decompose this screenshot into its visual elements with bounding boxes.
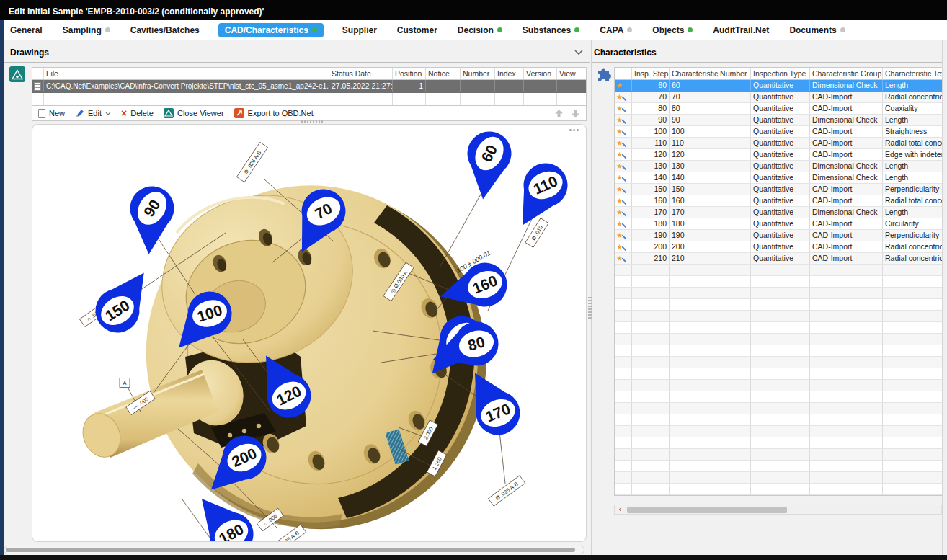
tab-capa[interactable]: CAPA — [598, 23, 633, 37]
drawing-file-row[interactable]: C:\CAQ.Net\Examples\CAD\infra-Convert Pr… — [32, 80, 586, 93]
column-header[interactable]: Characteristic Text — [883, 68, 947, 79]
empty-row[interactable] — [615, 391, 947, 403]
tab-decision[interactable]: Decision — [456, 23, 504, 37]
characteristic-row[interactable]: ★170170QuantitativeDimensional CheckLeng… — [615, 207, 947, 218]
column-header[interactable]: Status Date — [329, 68, 393, 79]
characteristic-row[interactable]: ★200200QuantitativeCAD-ImportRadial conc… — [615, 241, 947, 253]
empty-cell — [883, 276, 947, 287]
column-header[interactable]: Inspection Type — [751, 68, 810, 79]
characteristic-row[interactable]: ★100100QuantitativeCAD-ImportStraightnes… — [615, 126, 947, 138]
tab-cavities-batches[interactable]: Cavities/Batches — [129, 23, 201, 37]
empty-cell — [632, 345, 670, 356]
empty-cell — [883, 426, 947, 437]
empty-row[interactable] — [615, 484, 947, 495]
characteristic-row[interactable]: ★110110QuantitativeCAD-ImportRadial tota… — [615, 138, 947, 149]
cad-model-svg[interactable]: NIST — [32, 125, 587, 542]
characteristic-row[interactable]: ★210210QuantitativeCAD-ImportRadial conc… — [615, 253, 947, 265]
empty-row[interactable] — [615, 461, 947, 472]
column-header[interactable]: Number — [461, 68, 495, 79]
empty-row[interactable] — [615, 437, 947, 449]
tab-general[interactable]: General — [9, 23, 44, 37]
characteristic-row[interactable]: ★190190QuantitativeCAD-ImportPerpendicul… — [615, 230, 947, 241]
column-header[interactable]: Index — [495, 68, 524, 79]
characteristics-horizontal-scrollbar[interactable]: ‹ — [614, 505, 942, 515]
empty-cell — [670, 288, 751, 298]
file-cell — [461, 80, 495, 92]
empty-row[interactable] — [615, 403, 947, 414]
scroll-left-arrow-icon[interactable]: ‹ — [615, 505, 626, 514]
column-header[interactable]: Characteristic Number — [670, 68, 751, 79]
empty-row[interactable] — [615, 322, 947, 334]
empty-row[interactable] — [615, 426, 947, 437]
empty-row[interactable] — [615, 472, 947, 484]
characteristic-cell: 110 — [670, 138, 751, 148]
column-header[interactable]: View — [557, 68, 587, 79]
characteristic-cell: 210 — [632, 253, 670, 264]
scrollbar-thumb[interactable] — [6, 548, 575, 552]
export-qbd-button[interactable]: Export to QBD.Net — [234, 108, 314, 118]
empty-row[interactable] — [615, 334, 947, 345]
tab-supplier[interactable]: Supplier — [341, 23, 378, 37]
move-up-icon[interactable] — [554, 109, 564, 118]
empty-cell — [810, 461, 883, 471]
panel-splitter-handle[interactable] — [588, 297, 592, 319]
characteristic-cell: Dimensional Check — [810, 80, 883, 91]
balloon-60[interactable]: 60 — [461, 129, 515, 203]
drawings-horizontal-scrollbar[interactable] — [4, 546, 584, 554]
empty-row[interactable] — [615, 345, 947, 357]
empty-row[interactable] — [615, 276, 947, 288]
empty-cell — [632, 288, 670, 298]
tab-customer[interactable]: Customer — [396, 23, 439, 37]
characteristic-row[interactable]: ★120120QuantitativeCAD-ImportEdge with i… — [615, 149, 947, 161]
cad-viewer[interactable]: NIST — [32, 124, 587, 542]
column-header[interactable]: Version — [524, 68, 557, 79]
drawing-empty-row[interactable] — [32, 93, 586, 106]
viewer-menu-icon[interactable] — [569, 129, 579, 131]
new-button[interactable]: New — [38, 109, 65, 118]
tab-substances[interactable]: Substances — [521, 23, 581, 37]
tab-audittrail-net[interactable]: AuditTrail.Net — [711, 23, 770, 37]
empty-cell — [632, 391, 670, 402]
characteristic-row[interactable]: ★7070QuantitativeCAD-ImportRadial concen… — [615, 92, 947, 103]
move-down-icon[interactable] — [571, 109, 580, 118]
empty-row[interactable] — [615, 368, 947, 380]
column-header[interactable]: Notice — [426, 68, 461, 79]
column-header[interactable]: Insp. Step — [632, 68, 670, 79]
empty-row[interactable] — [615, 449, 947, 461]
tab-documents[interactable]: Documents — [788, 23, 846, 37]
empty-row[interactable] — [615, 357, 947, 368]
characteristic-row[interactable]: ★130130QuantitativeDimensional CheckLeng… — [615, 161, 947, 172]
viewer-splitter-handle[interactable] — [301, 120, 323, 123]
balloon-90[interactable]: 90 — [127, 185, 175, 256]
delete-button[interactable]: × Delete — [121, 109, 154, 117]
tab-objects[interactable]: Objects — [651, 23, 694, 37]
drawings-toolbar: New Edit × Delete Close Viewer Export to — [32, 105, 587, 121]
window-left-edge — [0, 20, 4, 555]
collapse-chevron-icon[interactable] — [574, 49, 584, 55]
characteristic-cell: 140 — [670, 172, 751, 183]
characteristic-row[interactable]: ★8080QuantitativeCAD-ImportCoaxiality — [615, 103, 947, 115]
edit-dropdown-chevron-icon[interactable] — [105, 112, 111, 115]
characteristic-row[interactable]: ★140140QuantitativeDimensional CheckLeng… — [615, 172, 947, 184]
empty-row[interactable] — [615, 288, 947, 299]
empty-row[interactable] — [615, 265, 947, 276]
tab-cad-characteristics[interactable]: CAD/Characteristics — [218, 23, 324, 37]
characteristic-row[interactable]: ★150150QuantitativeCAD-ImportPerpendicul… — [615, 184, 947, 195]
characteristic-row[interactable]: ★180180QuantitativeCAD-ImportCircularity — [615, 218, 947, 230]
characteristic-row[interactable]: ★9090QuantitativeDimensional CheckLength — [615, 115, 947, 126]
characteristic-cell: 160 — [670, 195, 751, 206]
tab-sampling[interactable]: Sampling — [61, 23, 112, 37]
empty-row[interactable] — [615, 414, 947, 426]
characteristic-row[interactable]: ★6060QuantitativeDimensional CheckLength — [615, 80, 947, 92]
close-viewer-button[interactable]: Close Viewer — [164, 108, 224, 118]
characteristic-row[interactable]: ★160160QuantitativeCAD-ImportRadial tota… — [615, 195, 947, 207]
scrollbar-thumb[interactable] — [627, 507, 787, 513]
column-header[interactable]: Position — [393, 68, 426, 79]
empty-row[interactable] — [615, 311, 947, 322]
empty-row[interactable] — [615, 299, 947, 311]
empty-row[interactable] — [615, 380, 947, 391]
characteristic-cell: Quantitative — [751, 80, 810, 91]
column-header[interactable]: File — [44, 68, 329, 79]
column-header[interactable]: Characteristic Group — [810, 68, 883, 79]
edit-button[interactable]: Edit — [75, 109, 111, 118]
